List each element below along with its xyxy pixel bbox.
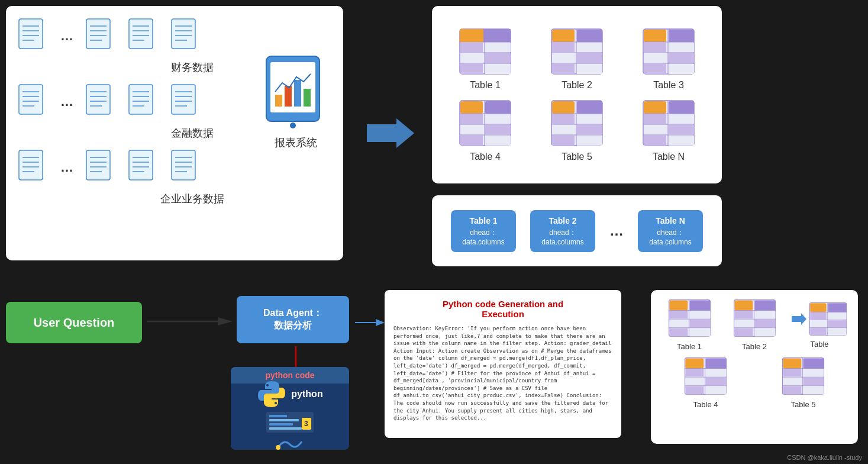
svg-rect-65 [304, 89, 311, 107]
doc-icon-4 [170, 18, 201, 54]
svg-rect-5 [86, 19, 110, 49]
svg-text:3: 3 [304, 420, 308, 428]
svg-rect-96 [577, 64, 602, 74]
svg-rect-79 [485, 43, 511, 52]
doc-icon-7 [128, 83, 159, 120]
svg-rect-174 [669, 328, 688, 337]
table-icon-3 [642, 28, 695, 75]
table-item-n: Table N [627, 99, 710, 162]
svg-rect-77 [485, 30, 511, 42]
result-final-table-icon [809, 301, 847, 337]
schema-card-n-body: dhead： data.columns [647, 228, 694, 246]
result-table-5-label: Table 5 [791, 400, 816, 409]
svg-rect-173 [689, 320, 710, 327]
results-box: Table 1 Ta [651, 290, 858, 444]
schema-card-1-body: dhead： data.columns [460, 228, 507, 246]
svg-rect-178 [754, 300, 775, 310]
svg-rect-212 [685, 378, 704, 385]
python-code-box: python code python [231, 367, 349, 450]
svg-rect-50 [129, 150, 153, 180]
svg-rect-146 [669, 125, 694, 134]
svg-rect-171 [689, 311, 710, 318]
svg-rect-143 [644, 114, 666, 124]
schema-card-n-title: Table N [647, 216, 694, 225]
svg-rect-226 [804, 378, 824, 385]
tablet-icon [263, 53, 328, 130]
code-block-visual: 3 [266, 412, 314, 433]
result-arrow-icon [792, 313, 806, 325]
business-label: 企业业务数据 [53, 192, 331, 206]
main-container: … 财务数据 … 金融数据 … [0, 0, 868, 464]
schema-card-2-body: dhead： data.columns [539, 228, 586, 246]
result-table-5: Table 5 [757, 357, 849, 409]
result-table-icon-5 [781, 357, 825, 395]
svg-rect-120 [485, 125, 511, 134]
svg-rect-165 [689, 300, 710, 310]
left-data-box: … 财务数据 … 金融数据 … [6, 6, 343, 260]
svg-rect-99 [669, 30, 694, 42]
svg-rect-78 [460, 43, 483, 52]
svg-rect-198 [828, 312, 847, 320]
svg-rect-210 [685, 369, 704, 376]
user-question-box: User Question [6, 302, 142, 343]
table-2-label: Table 2 [562, 80, 592, 91]
result-table-icon-4 [683, 357, 728, 395]
doc-icon-8 [170, 83, 201, 120]
svg-rect-98 [644, 30, 666, 42]
table-item-1: Table 1 [444, 28, 527, 91]
doc-icon-1 [18, 18, 49, 54]
svg-rect-204 [685, 358, 704, 368]
svg-rect-62 [275, 95, 282, 107]
svg-rect-124 [552, 101, 575, 114]
svg-rect-213 [706, 378, 727, 385]
doc-icon-12 [170, 149, 201, 186]
data-agent-line2: 数据分析 [274, 320, 312, 332]
svg-marker-67 [367, 118, 414, 148]
dots-3: … [60, 160, 73, 175]
schema-box: Table 1 dhead： data.columns Table 2 dhea… [432, 195, 722, 266]
svg-marker-162 [376, 319, 385, 326]
doc-icon-11 [128, 149, 159, 186]
svg-rect-64 [294, 80, 301, 107]
svg-rect-93 [552, 53, 575, 63]
code-exec-title-text: Python code Generation and Execution [443, 299, 563, 319]
svg-rect-145 [644, 125, 666, 134]
doc-icon-2 [85, 18, 116, 54]
agent-to-exec-arrow [355, 317, 385, 331]
svg-rect-35 [172, 85, 195, 114]
doc-icon-9 [18, 149, 49, 186]
svg-rect-137 [644, 101, 666, 114]
svg-rect-224 [804, 369, 824, 376]
watermark: CSDN @kaka.liulin -study [787, 454, 862, 461]
svg-rect-80 [460, 53, 483, 63]
code-exec-title: Python code Generation and Execution [393, 299, 612, 319]
result-arrow-area: Table [790, 299, 849, 351]
python-snake-icon [275, 436, 305, 450]
svg-rect-164 [669, 300, 688, 310]
svg-rect-154 [269, 415, 287, 417]
svg-rect-83 [485, 64, 511, 74]
svg-rect-130 [552, 114, 575, 124]
svg-rect-191 [810, 303, 826, 312]
doc-icon-5 [18, 83, 49, 120]
svg-rect-135 [577, 136, 602, 146]
svg-rect-94 [577, 53, 602, 63]
table-item-5: Table 5 [535, 99, 618, 162]
tablet-label: 报表系统 [263, 136, 328, 150]
schema-card-1-title: Table 1 [460, 216, 507, 225]
dots-1: … [60, 28, 73, 44]
svg-marker-150 [218, 317, 233, 326]
svg-rect-91 [552, 43, 575, 52]
arrow-right-icon [367, 115, 414, 151]
svg-rect-63 [285, 86, 292, 107]
schema-card-n: Table N dhead： data.columns [638, 210, 703, 252]
table-1-label: Table 1 [470, 80, 501, 91]
svg-rect-184 [754, 311, 775, 318]
svg-rect-223 [783, 369, 801, 376]
code-text-content: Observation: KeyError: 'If you perform a… [393, 325, 612, 422]
svg-rect-155 [269, 419, 299, 421]
schema-card-2-title: Table 2 [539, 216, 586, 225]
svg-rect-156 [269, 423, 293, 426]
python-text: python [291, 389, 322, 399]
svg-rect-187 [734, 328, 753, 337]
